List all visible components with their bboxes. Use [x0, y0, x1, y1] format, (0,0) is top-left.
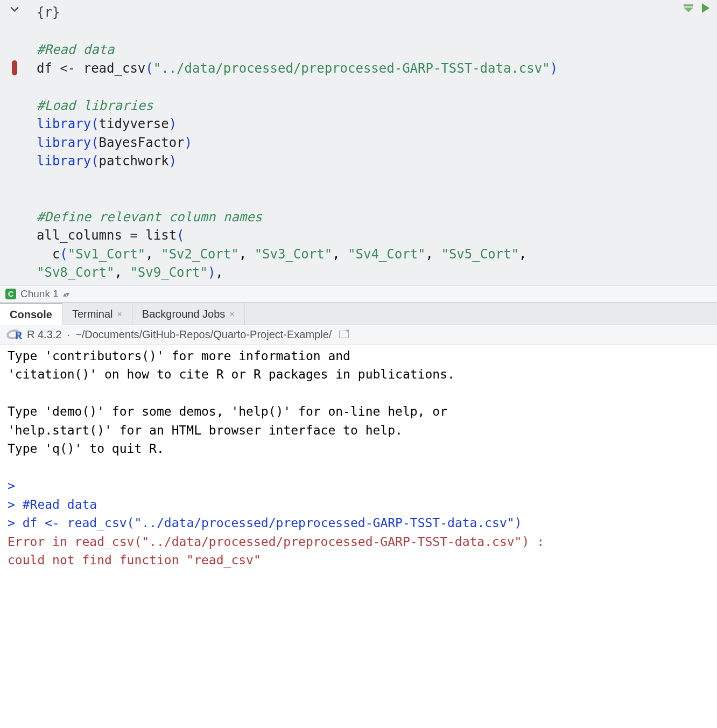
chunk-badge-icon: C [5, 289, 16, 299]
popout-icon[interactable] [339, 331, 349, 338]
console-text: 'citation()' on how to cite R or R packa… [8, 367, 455, 381]
code-comment: #Read data [37, 42, 115, 57]
tab-terminal[interactable]: Terminal × [62, 303, 132, 325]
tab-console[interactable]: Console [0, 303, 62, 325]
r-logo-icon: R [6, 328, 22, 340]
console-prompt: > [8, 479, 15, 493]
console-input: #Read data [23, 498, 97, 512]
console-input: df <- read_csv("../data/processed/prepro… [23, 516, 522, 530]
console-prompt: > [8, 516, 15, 530]
chunk-stepper-icon[interactable]: ▴▾ [63, 290, 68, 298]
fold-chevron-icon[interactable] [10, 4, 19, 17]
working-directory[interactable]: ~/Documents/GitHub-Repos/Quarto-Project-… [75, 328, 332, 341]
code-ident: df [37, 61, 52, 76]
close-icon[interactable]: × [229, 310, 234, 319]
console-prompt: > [8, 498, 15, 512]
run-above-icon[interactable] [684, 4, 693, 12]
chunk-header: {r} [37, 5, 60, 20]
console-text: Type 'q()' to quit R. [8, 442, 164, 456]
tab-background-jobs[interactable]: Background Jobs × [132, 303, 245, 325]
chunk-navigator[interactable]: C Chunk 1 ▴▾ [0, 285, 717, 302]
r-version: R 4.3.2 [27, 328, 61, 341]
console-text: Type 'demo()' for some demos, 'help()' f… [8, 404, 447, 418]
run-chunk-icon[interactable] [702, 3, 709, 13]
console-error: could not find function "read_csv" [8, 553, 261, 567]
code-body[interactable]: {r} #Read data df <- read_csv("../data/p… [32, 0, 717, 285]
bottom-tabbar: Console Terminal × Background Jobs × [0, 303, 717, 325]
chunk-label: Chunk 1 [20, 288, 59, 300]
code-comment: #Load libraries [37, 98, 153, 113]
code-editor[interactable]: {r} #Read data df <- read_csv("../data/p… [0, 0, 717, 303]
console-error: Error in read_csv("../data/processed/pre… [8, 535, 544, 549]
console-text: Type 'contributors()' for more informati… [8, 349, 350, 363]
code-comment: #Define relevant column names [37, 209, 262, 225]
breakpoint-marker-icon[interactable] [12, 60, 17, 75]
console-info-bar: R R 4.3.2 · ~/Documents/GitHub-Repos/Qua… [0, 325, 717, 345]
console-output[interactable]: Type 'contributors()' for more informati… [0, 345, 717, 583]
console-text: 'help.start()' for an HTML browser inter… [8, 423, 403, 437]
close-icon[interactable]: × [117, 310, 122, 319]
